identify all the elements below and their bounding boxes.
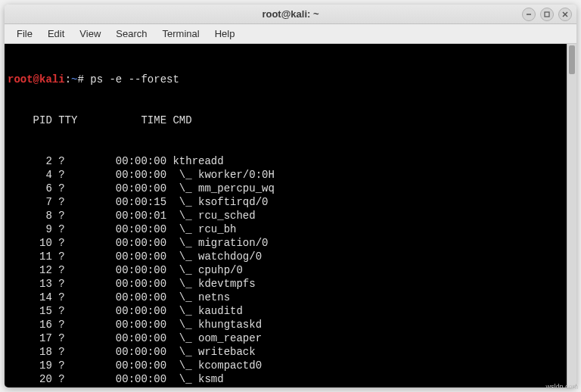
menu-file[interactable]: File (11, 26, 39, 41)
process-row: 2 ? 00:00:00 kthreadd (8, 154, 573, 168)
prompt-colon: : (65, 73, 71, 86)
process-row: 19 ? 00:00:00 \_ kcompactd0 (8, 359, 573, 372)
prompt-at: @ (33, 73, 39, 86)
prompt-line: root@kali:~# ps -e --forest (8, 73, 573, 86)
process-row: 11 ? 00:00:00 \_ watchdog/0 (8, 250, 573, 263)
prompt-user: root (8, 73, 33, 86)
process-row: 14 ? 00:00:00 \_ netns (8, 291, 573, 304)
svg-rect-1 (545, 12, 549, 17)
terminal-content: root@kali:~# ps -e --forest PID TTY TIME… (8, 45, 573, 387)
menubar: File Edit View Search Terminal Help (5, 24, 576, 44)
process-row: 13 ? 00:00:00 \_ kdevtmpfs (8, 277, 573, 291)
menu-edit[interactable]: Edit (42, 26, 70, 41)
process-row: 8 ? 00:00:01 \_ rcu_sched (8, 209, 573, 222)
process-row: 15 ? 00:00:00 \_ kauditd (8, 304, 573, 318)
process-row: 21 ? 00:00:06 \_ khugepaged (8, 386, 573, 387)
window-controls (522, 8, 572, 21)
maximize-icon (544, 11, 550, 17)
prompt-host: kali (39, 73, 65, 86)
titlebar[interactable]: root@kali: ~ (5, 5, 576, 24)
process-row: 4 ? 00:00:00 \_ kworker/0:0H (8, 168, 573, 182)
process-row: 6 ? 00:00:00 \_ mm_percpu_wq (8, 182, 573, 195)
minimize-icon (526, 11, 532, 17)
process-row: 20 ? 00:00:00 \_ ksmd (8, 372, 573, 386)
process-row: 16 ? 00:00:00 \_ khungtaskd (8, 318, 573, 331)
prompt-symbol: # (77, 73, 90, 86)
window-title: root@kali: ~ (262, 8, 318, 20)
process-row: 12 ? 00:00:00 \_ cpuhp/0 (8, 263, 573, 277)
process-row: 9 ? 00:00:00 \_ rcu_bh (8, 222, 573, 236)
menu-terminal[interactable]: Terminal (157, 26, 206, 41)
minimize-button[interactable] (522, 8, 536, 21)
maximize-button[interactable] (540, 8, 554, 21)
terminal-window: root@kali: ~ File Edit View Search Termi… (5, 5, 576, 387)
prompt-command: ps -e --forest (90, 73, 179, 86)
process-row: 7 ? 00:00:15 \_ ksoftirqd/0 (8, 195, 573, 209)
scroll-thumb[interactable] (569, 45, 575, 74)
process-row: 18 ? 00:00:00 \_ writeback (8, 345, 573, 359)
terminal-area[interactable]: root@kali:~# ps -e --forest PID TTY TIME… (5, 44, 576, 387)
menu-search[interactable]: Search (110, 26, 153, 41)
watermark: wsldn.com (545, 383, 578, 390)
menu-view[interactable]: View (73, 26, 107, 41)
close-icon (562, 11, 568, 17)
scrollbar[interactable] (567, 44, 576, 387)
process-row: 17 ? 00:00:00 \_ oom_reaper (8, 331, 573, 345)
process-row: 10 ? 00:00:00 \_ migration/0 (8, 236, 573, 250)
close-button[interactable] (558, 8, 572, 21)
ps-header: PID TTY TIME CMD (8, 114, 573, 127)
menu-help[interactable]: Help (209, 26, 241, 41)
